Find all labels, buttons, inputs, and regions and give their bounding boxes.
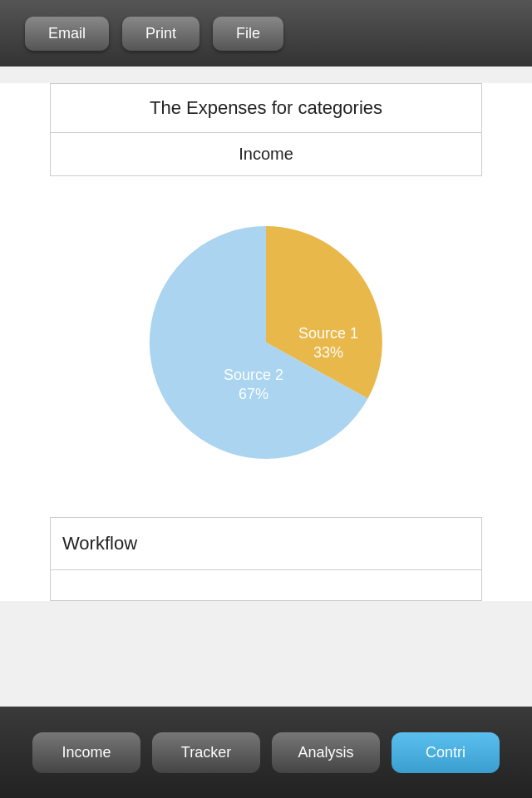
source2-pct: 67%: [239, 386, 268, 402]
tab-contri[interactable]: Contri: [392, 732, 500, 773]
pie-chart: Source 1 33% Source 2 67%: [133, 209, 399, 475]
tab-analysis[interactable]: Analysis: [272, 732, 380, 773]
page-title: The Expenses for categories: [51, 84, 481, 133]
source2-label: Source 2: [224, 367, 283, 383]
workflow-empty-row: [51, 570, 481, 600]
print-button[interactable]: Print: [122, 17, 200, 51]
tab-tracker[interactable]: Tracker: [152, 732, 260, 773]
tabbar: Income Tracker Analysis Contri: [0, 707, 532, 798]
file-button[interactable]: File: [213, 17, 283, 51]
chart-area: Source 1 33% Source 2 67%: [0, 176, 532, 517]
page-subtitle: Income: [51, 133, 481, 175]
toolbar: Email Print File: [0, 0, 532, 66]
workflow-section: Workflow: [50, 517, 482, 601]
source1-label: Source 1: [298, 325, 358, 342]
title-section: The Expenses for categories Income: [50, 83, 482, 176]
workflow-label: Workflow: [51, 518, 481, 570]
email-button[interactable]: Email: [25, 17, 109, 51]
main-content: The Expenses for categories Income Sourc…: [0, 83, 532, 601]
tab-income[interactable]: Income: [32, 732, 140, 773]
source1-pct: 33%: [313, 344, 343, 361]
